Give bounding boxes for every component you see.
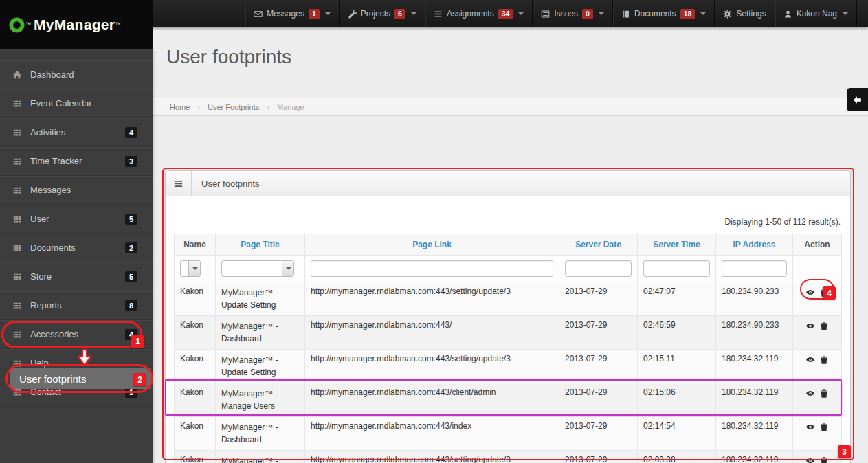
column-header-server-time[interactable]: Server Time [638, 234, 716, 256]
delete-icon[interactable] [819, 355, 829, 367]
ip-address-filter-input[interactable] [722, 260, 787, 277]
sidebar-item-accessories[interactable]: Accessories 4 [0, 320, 153, 349]
sidebar-item-time-tracker[interactable]: Time Tracker 3 [0, 147, 153, 176]
view-icon[interactable] [805, 355, 815, 367]
breadcrumb-separator [267, 103, 269, 111]
view-icon[interactable] [805, 456, 815, 463]
sidebar-item-messages[interactable]: Messages [0, 176, 153, 205]
cell-page-link: http://mymanager.rndlabman.com:443/index [305, 417, 559, 451]
delete-icon[interactable] [819, 456, 829, 463]
nav-projects[interactable]: Projects 6 [339, 0, 425, 27]
cell-page-title: MyManager™ - Update Setting [216, 451, 305, 463]
page-title-filter-select[interactable] [221, 260, 294, 277]
collapse-panel-button[interactable] [847, 88, 868, 111]
chevron-down-icon [518, 12, 524, 15]
column-header-ip-address[interactable]: IP Address [716, 234, 793, 256]
cell-page-title: MyManager™ - Update Setting [216, 282, 305, 316]
select-button [282, 261, 293, 276]
cell-page-link: http://mymanager.rndlabman.com:443/setti… [305, 451, 559, 463]
table-filter-row [175, 256, 842, 282]
grid-icon [12, 157, 22, 166]
column-header-page-title[interactable]: Page Title [216, 234, 305, 256]
cell-ip-address: 180.234.90.233 [716, 282, 793, 316]
chevron-down-icon [286, 267, 291, 270]
app-window: Messages 1 Projects 6 Assignments 34 Iss… [0, 0, 868, 463]
nav-issues[interactable]: Issues 0 [532, 0, 612, 27]
table-row: Kakon MyManager™ - Update Setting http:/… [175, 350, 842, 383]
nav-user-menu[interactable]: Kakon Nag [775, 0, 857, 27]
cell-name: Kakon [175, 417, 216, 451]
count-badge: 4 [125, 127, 137, 138]
view-icon[interactable] [805, 389, 815, 400]
server-time-filter-input[interactable] [643, 260, 710, 277]
delete-icon[interactable] [819, 288, 829, 300]
column-header-server-date[interactable]: Server Date [559, 234, 638, 256]
sidebar-item-label: Messages [30, 185, 143, 195]
sidebar-item-activities[interactable]: Activities 4 [0, 118, 153, 147]
view-icon[interactable] [805, 288, 815, 300]
server-date-filter-input[interactable] [565, 260, 632, 277]
top-nav-items: Messages 1 Projects 6 Assignments 34 Iss… [245, 0, 857, 27]
nav-documents[interactable]: Documents 18 [612, 0, 714, 27]
sidebar-item-reports[interactable]: Reports 8 [0, 291, 153, 320]
trademark-symbol: ™ [115, 22, 120, 27]
nav-messages[interactable]: Messages 1 [245, 0, 339, 27]
cell-server-time: 02:03:38 [638, 451, 716, 463]
user-icon [783, 10, 792, 19]
nav-settings[interactable]: Settings [714, 0, 774, 27]
count-badge: 2 [125, 242, 137, 253]
brand-logo[interactable]: ™ MyManager ™ [0, 0, 153, 49]
name-filter-select[interactable] [180, 260, 201, 277]
cell-page-link: http://mymanager.rndlabman.com:443/setti… [305, 282, 559, 316]
sidebar-item-event-calendar[interactable]: Event Calendar [0, 89, 153, 118]
sidebar-item-store[interactable]: Store 5 [0, 262, 153, 291]
cell-server-time: 02:47:07 [638, 282, 716, 316]
sidebar-item-label: Activities [30, 127, 125, 137]
breadcrumb-home[interactable]: Home [170, 103, 190, 111]
chevron-down-icon [700, 12, 706, 15]
delete-icon[interactable] [819, 422, 829, 434]
cell-server-time: 02:15:06 [638, 383, 716, 417]
nav-label: Settings [736, 9, 766, 19]
nav-label: Issues [554, 9, 578, 19]
delete-icon[interactable] [819, 321, 829, 333]
cell-name: Kakon [175, 282, 216, 316]
grid-icon [12, 301, 22, 310]
sidebar-item-label: Reports [30, 300, 125, 310]
brand-logo-icon [8, 16, 25, 34]
view-icon[interactable] [805, 422, 815, 434]
home-icon [12, 70, 22, 80]
left-arrow-icon [852, 95, 863, 105]
sidebar-item-user[interactable]: User 5 [0, 205, 153, 234]
delete-icon[interactable] [819, 389, 829, 400]
main-content: User footprints Home User Footprints Man… [153, 27, 868, 463]
panel-menu-button[interactable] [166, 171, 192, 196]
sidebar-item-label: Store [30, 271, 125, 282]
cell-ip-address: 180.234.32.119 [716, 451, 793, 463]
nav-assignments[interactable]: Assignments 34 [425, 0, 532, 27]
user-footprints-panel: User footprints Displaying 1-50 of 112 r… [165, 170, 851, 463]
list-icon [434, 10, 443, 19]
nav-label: Documents [634, 9, 676, 19]
column-header-name: Name [175, 234, 216, 256]
grid-icon [12, 359, 22, 368]
table-row: Kakon MyManager™ - Update Setting http:/… [175, 451, 842, 463]
cell-server-date: 2013-07-29 [559, 383, 638, 417]
accessories-submenu-user-footprints[interactable]: User footprints [10, 368, 151, 389]
page-link-filter-input[interactable] [311, 260, 553, 277]
assignments-count-badge: 34 [498, 9, 513, 19]
sidebar-item-dashboard[interactable]: Dashboard [0, 60, 153, 89]
cell-server-date: 2013-07-29 [559, 350, 638, 383]
grid-icon [12, 128, 22, 137]
hamburger-icon [173, 179, 183, 189]
sidebar-item-documents[interactable]: Documents 2 [0, 234, 153, 262]
column-header-page-link[interactable]: Page Link [305, 234, 559, 256]
cell-server-date: 2013-07-29 [559, 417, 638, 451]
cell-page-title: MyManager™ - Update Setting [216, 350, 305, 383]
breadcrumb-user-footprints[interactable]: User Footprints [208, 103, 259, 111]
view-icon[interactable] [805, 321, 815, 333]
breadcrumb-current: Manage [277, 103, 304, 111]
panel-header: User footprints [166, 171, 850, 196]
chevron-down-icon [599, 12, 604, 15]
page-title: User footprints [153, 27, 868, 68]
